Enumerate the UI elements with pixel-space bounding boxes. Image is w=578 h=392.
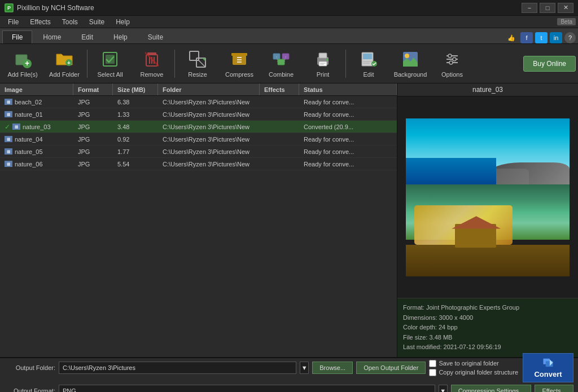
ribbon-social: 👍 f t in ? [505,32,576,43]
header-folder[interactable]: Folder [158,83,260,95]
menu-suite[interactable]: Suite [84,17,110,27]
print-icon [313,49,333,69]
edit-icon [358,49,379,69]
options-button[interactable]: Options [432,46,472,82]
output-format-input[interactable] [59,385,435,392]
menu-effects[interactable]: Effects [24,17,56,27]
resize-button[interactable]: Resize [177,46,218,82]
tab-edit[interactable]: Edit [72,30,103,43]
tab-home[interactable]: Home [33,30,71,43]
list-item[interactable]: ▦ nature_04 JPG 0.92 C:\Users\Ryzen 3\Pi… [0,133,397,146]
cell-folder: C:\Users\Ryzen 3\Pictures\New [158,136,260,143]
compress-label: Compress [225,71,253,78]
file-icon: ▦ [5,111,12,117]
tab-help[interactable]: Help [104,30,137,43]
svg-point-34 [326,59,329,61]
cell-size: 6.38 [113,99,158,105]
output-folder-dropdown[interactable]: ▼ [300,362,309,374]
cell-format: JPG [73,161,113,168]
cell-status: Ready for conve... [299,99,397,105]
file-icon: ▦ [5,99,12,105]
header-size[interactable]: Size (MB) [113,83,158,95]
remove-button[interactable]: Remove [132,46,172,82]
background-button[interactable]: Background [390,46,431,82]
cell-folder: C:\Users\Ryzen 3\Pictures\New [158,124,260,130]
list-item[interactable]: ▦ nature_06 JPG 5.54 C:\Users\Ryzen 3\Pi… [0,158,397,170]
combine-icon [271,49,291,69]
preview-dimensions: Dimensions: 3000 x 4000 [403,313,572,323]
open-output-button[interactable]: Open Output Folder [356,362,426,374]
preview-format: Format: Joint Photographic Experts Group [403,303,572,313]
tab-file[interactable]: File [2,30,32,43]
menu-bar: File Effects Tools Suite Help Beta [0,16,578,28]
svg-line-17 [199,60,205,67]
preview-info: Format: Joint Photographic Experts Group… [397,298,578,357]
menu-help[interactable]: Help [110,17,135,27]
svg-rect-30 [319,53,327,58]
svg-point-45 [448,54,452,58]
beta-badge: Beta [557,18,576,25]
cell-status: Ready for conve... [299,148,397,155]
svg-point-46 [453,58,456,61]
output-format-dropdown[interactable]: ▼ [439,385,448,392]
header-effects[interactable]: Effects [260,83,299,95]
cell-format: JPG [73,148,113,155]
separator-2 [174,50,175,78]
buy-online-button[interactable]: Buy Online [523,56,576,72]
header-format[interactable]: Format [73,83,113,95]
maximize-button[interactable]: □ [540,3,555,13]
help-button[interactable]: ? [564,32,576,43]
tab-suite[interactable]: Suite [138,30,173,43]
minimize-button[interactable]: − [522,3,537,13]
list-item[interactable]: ▦ beach_02 JPG 6.38 C:\Users\Ryzen 3\Pic… [0,96,397,108]
twitter-button[interactable]: t [535,32,548,43]
save-to-original-checkbox[interactable]: Save to original folder [429,360,518,367]
toolbar: + Add File(s) + Add Folder Select All [0,44,578,83]
compression-settings-button[interactable]: Compression Settings... [451,385,532,392]
preview-file-size: File size: 3.48 MB [403,333,572,343]
facebook-button[interactable]: f [520,32,533,43]
cell-format: JPG [73,136,113,143]
cell-folder: C:\Users\Ryzen 3\Pictures\New [158,111,260,118]
list-item[interactable]: ▦ nature_05 JPG 1.77 C:\Users\Ryzen 3\Pi… [0,146,397,158]
copy-folder-structure-checkbox[interactable]: Copy original folder structure [429,369,518,376]
compress-button[interactable]: Compress [219,46,260,82]
cell-image: ▦ beach_02 [0,99,73,105]
list-item[interactable]: ✓ ▦ nature_03 JPG 3.48 C:\Users\Ryzen 3\… [0,121,397,133]
menu-file[interactable]: File [2,17,24,27]
combine-button[interactable]: Combine [261,46,301,82]
add-folder-button[interactable]: + Add Folder [44,46,85,82]
app-title: Pixillion by NCH Software [17,4,94,12]
print-button[interactable]: Print [303,46,343,82]
header-status[interactable]: Status [299,83,397,95]
menu-tools[interactable]: Tools [56,17,84,27]
output-folder-input[interactable] [59,362,296,374]
svg-text:+: + [25,59,29,68]
linkedin-button[interactable]: in [550,32,562,43]
convert-button[interactable]: Convert [523,353,573,382]
list-item[interactable]: ▦ nature_01 JPG 1.33 C:\Users\Ryzen 3\Pi… [0,108,397,121]
output-options-right: Save to original folder Copy original fo… [429,353,573,382]
add-files-icon: + [12,49,33,69]
header-image[interactable]: Image [0,83,73,95]
edit-button[interactable]: Edit [348,46,389,82]
close-button[interactable]: ✕ [558,3,573,13]
svg-point-41 [405,54,409,58]
cell-status: Ready for conve... [299,136,397,143]
background-icon [400,49,421,69]
list-header: Image Format Size (MB) Folder Effects St… [0,83,397,96]
convert-icon [540,357,556,368]
add-folder-label: Add Folder [49,71,80,78]
separator-3 [345,50,346,78]
like-button[interactable]: 👍 [505,32,518,43]
cell-image: ▦ nature_05 [0,148,73,155]
resize-icon [187,49,208,69]
options-icon [442,49,462,69]
cell-folder: C:\Users\Ryzen 3\Pictures\New [158,99,260,105]
add-files-button[interactable]: + Add File(s) [2,46,43,82]
browse-button[interactable]: Browse... [312,362,353,374]
cell-format: JPG [73,111,113,118]
select-all-button[interactable]: Select All [90,46,130,82]
effects-button[interactable]: Effects... [535,385,573,392]
preview-title: nature_03 [397,83,578,96]
